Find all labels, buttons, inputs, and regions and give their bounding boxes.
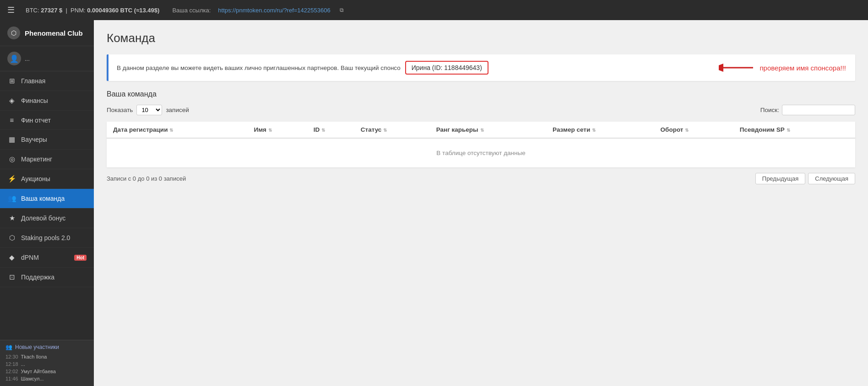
col-rank[interactable]: Ранг карьеры⇅ xyxy=(430,122,546,138)
nav-label-report: Фин отчет xyxy=(21,117,51,124)
nav-label-vouchers: Ваучеры xyxy=(21,136,47,143)
sidebar-item-finance[interactable]: ◈ Финансы xyxy=(0,91,94,111)
table-header-row: Дата регистрации⇅Имя⇅ID⇅Статус⇅Ранг карь… xyxy=(107,122,855,138)
sidebar-item-marketing[interactable]: ◎ Маркетинг xyxy=(0,150,94,169)
nav-icon-report: ≡ xyxy=(7,116,16,124)
table-body: В таблице отсутствуют данные xyxy=(107,138,855,167)
records-info: Записи с 0 до 0 из 0 записей xyxy=(107,175,186,182)
btc-value: 27327 $ xyxy=(41,7,62,14)
col-date[interactable]: Дата регистрации⇅ xyxy=(107,122,247,138)
sidebar-item-auctions[interactable]: ⚡ Аукционы xyxy=(0,169,94,189)
username: ... xyxy=(25,55,30,62)
banner-text: В данном разделе вы можете видеть ваших … xyxy=(117,64,401,71)
sort-icon: ⇅ xyxy=(685,128,689,133)
annotation-text: проверяем имя спонсора!!! xyxy=(760,64,846,72)
brand-name: Phenomenal Club xyxy=(25,29,83,37)
member-entry: 12:18... xyxy=(5,360,88,368)
sidebar-item-vouchers[interactable]: ▦ Ваучеры xyxy=(0,130,94,150)
team-section-title: Ваша команда xyxy=(107,90,855,98)
info-banner: В данном разделе вы можете видеть ваших … xyxy=(107,54,855,81)
sort-icon: ⇅ xyxy=(268,128,272,133)
annotation-area: проверяем имя спонсора!!! xyxy=(719,61,846,75)
nav-icon-bonus: ★ xyxy=(7,214,16,222)
ref-label: Ваша ссылка: xyxy=(172,7,211,14)
nav-label-auctions: Аукционы xyxy=(21,175,50,182)
show-entries-select[interactable]: 10 25 50 100 xyxy=(136,105,162,115)
col-id[interactable]: ID⇅ xyxy=(307,122,354,138)
member-entry: 12:30Tkach Ilona xyxy=(5,353,88,360)
table-empty-row: В таблице отсутствуют данные xyxy=(107,138,855,167)
nav-label-bonus: Долевой бонус xyxy=(21,214,65,222)
new-members-header: 👥 Новые участники xyxy=(5,344,88,350)
col-sp[interactable]: Псевдоним SP⇅ xyxy=(733,122,855,138)
brand-icon: ⬡ xyxy=(7,27,20,39)
nav-icon-staking: ⬡ xyxy=(7,234,16,242)
sort-icon: ⇅ xyxy=(383,128,387,133)
sidebar-item-bonus[interactable]: ★ Долевой бонус xyxy=(0,209,94,228)
nav-icon-home: ⊞ xyxy=(7,77,16,85)
pagination-buttons: Предыдущая Следующая xyxy=(755,173,855,184)
col-network[interactable]: Размер сети⇅ xyxy=(546,122,654,138)
content-area: Команда В данном разделе вы можете видет… xyxy=(94,20,868,386)
sort-icon: ⇅ xyxy=(321,128,325,133)
search-input[interactable] xyxy=(782,105,855,115)
sort-icon: ⇅ xyxy=(787,128,790,133)
nav-label-support: Поддержка xyxy=(21,273,54,281)
sidebar-item-staking[interactable]: ⬡ Staking pools 2.0 xyxy=(0,228,94,248)
page-title: Команда xyxy=(107,31,855,45)
next-button[interactable]: Следующая xyxy=(808,173,855,184)
empty-message: В таблице отсутствуют данные xyxy=(107,138,855,167)
pnm-label: PNM: xyxy=(71,7,86,14)
nav-icon-auctions: ⚡ xyxy=(7,175,16,183)
sidebar-user[interactable]: 👤 ... xyxy=(0,46,94,71)
pagination-row: Записи с 0 до 0 из 0 записей Предыдущая … xyxy=(107,173,855,184)
sidebar-item-home[interactable]: ⊞ Главная xyxy=(0,71,94,91)
col-status[interactable]: Статус⇅ xyxy=(354,122,430,138)
table-header: Дата регистрации⇅Имя⇅ID⇅Статус⇅Ранг карь… xyxy=(107,122,855,138)
ref-link[interactable]: https://pnmtoken.com/ru/?ref=1422553606 xyxy=(218,7,330,14)
col-turnover[interactable]: Оборот⇅ xyxy=(654,122,733,138)
sort-icon: ⇅ xyxy=(169,128,173,133)
member-name: Tkach Ilona xyxy=(21,354,47,359)
main-layout: ⬡ Phenomenal Club 👤 ... ⊞ Главная ◈ Фина… xyxy=(0,20,868,386)
nav-icon-dpnm: ◆ xyxy=(7,253,16,262)
entries-label: записей xyxy=(166,107,189,113)
member-name: Умут Айтбаева xyxy=(21,369,56,374)
sidebar-item-dpnm[interactable]: ◆ dPNM Hot xyxy=(0,248,94,268)
btc-info: BTC: 27327 $ | PNM: 0.00049360 BTC (≈13.… xyxy=(26,7,159,14)
new-members-section: 👥 Новые участники 12:30Tkach Ilona12:18.… xyxy=(0,340,94,386)
nav-icon-finance: ◈ xyxy=(7,96,16,105)
nav-label-home: Главная xyxy=(21,77,45,85)
table-controls: Показать 10 25 50 100 записей Поиск: xyxy=(107,105,855,115)
nav-icon-marketing: ◎ xyxy=(7,155,16,163)
sidebar-item-team[interactable]: 👥 Ваша команда xyxy=(0,189,94,209)
pnm-value: 0.00049360 BTC (≈13.49$) xyxy=(87,7,159,14)
nav-icon-vouchers: ▦ xyxy=(7,135,16,144)
member-time: 12:30 xyxy=(5,354,18,359)
avatar: 👤 xyxy=(7,52,21,65)
show-label: Показать xyxy=(107,107,133,113)
nav-label-marketing: Маркетинг xyxy=(21,155,52,163)
nav-label-staking: Staking pools 2.0 xyxy=(21,234,70,241)
member-name: Шамсул... xyxy=(21,376,44,381)
sidebar-nav: ⊞ Главная ◈ Финансы ≡ Фин отчет ▦ Ваучер… xyxy=(0,71,94,340)
hot-badge: Hot xyxy=(74,255,87,261)
sponsor-badge: Ирина (ID: 1188449643) xyxy=(405,61,488,75)
member-entry: 11:46Шамсул... xyxy=(5,375,88,382)
nav-label-team: Ваша команда xyxy=(21,195,65,202)
search-label: Поиск: xyxy=(760,107,779,113)
prev-button[interactable]: Предыдущая xyxy=(755,173,806,184)
new-members-icon: 👥 xyxy=(5,344,12,350)
copy-icon[interactable]: ⧉ xyxy=(340,7,344,13)
nav-icon-team: 👥 xyxy=(7,194,16,203)
col-name[interactable]: Имя⇅ xyxy=(247,122,307,138)
search-area: Поиск: xyxy=(760,105,855,115)
nav-label-dpnm: dPNM xyxy=(21,254,39,261)
sidebar-item-support[interactable]: ⊡ Поддержка xyxy=(0,268,94,287)
member-entry: 12:02Умут Айтбаева xyxy=(5,368,88,375)
member-name: ... xyxy=(21,361,25,367)
new-members-title: Новые участники xyxy=(15,344,59,350)
nav-label-finance: Финансы xyxy=(21,97,48,104)
sidebar-item-report[interactable]: ≡ Фин отчет xyxy=(0,111,94,130)
hamburger-icon[interactable]: ☰ xyxy=(7,5,15,15)
